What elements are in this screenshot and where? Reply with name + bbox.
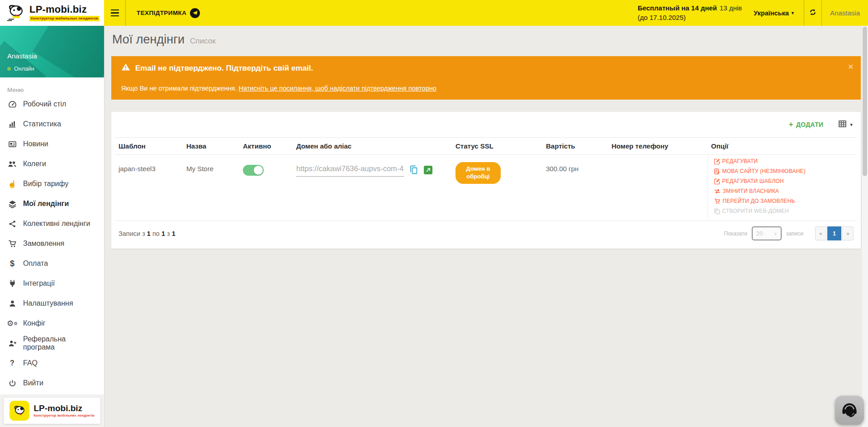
pager: « 1 »	[815, 226, 854, 240]
page-header: Мої лендінги Список	[112, 33, 860, 47]
sidebar-item-collective-landings[interactable]: Колективні лендінги	[0, 214, 104, 234]
chevron-down-icon: ▾	[850, 122, 853, 128]
sidebar-item-orders[interactable]: Замовлення	[0, 234, 104, 254]
dog-mascot-icon	[5, 3, 26, 24]
sidebar-item-colleagues[interactable]: Колеги	[0, 154, 104, 174]
row-options: РЕДАГУВАТИ МОВА САЙТУ (НЕЗМІНЮВАНЕ) РЕДА…	[714, 158, 854, 214]
chevron-down-icon: ∨	[774, 231, 777, 236]
sidebar-item-label: Реферальна програма	[23, 335, 97, 351]
option-edit-template[interactable]: РЕДАГУВАТИ ШАБЛОН	[714, 178, 854, 184]
option-change-owner[interactable]: ЗМІНИТИ ВЛАСНИКА	[714, 188, 854, 194]
column-visibility-dropdown[interactable]: ▾	[839, 120, 853, 129]
support-label: ТЕХПІДТРИМКА	[137, 10, 186, 16]
alert-text: Якщо Ви не отримали підтвердження.	[121, 85, 238, 92]
sidebar-footer: LP-mobi.biz Конструктор мобільних лендін…	[0, 394, 104, 427]
table-header-row: Шаблон Назва Активно Домен або аліас Ста…	[115, 138, 857, 155]
sidebar-item-label: Замовлення	[23, 240, 64, 248]
gears-icon: ⚙⚙	[7, 319, 17, 328]
sidebar-item-label: Оплата	[23, 259, 48, 268]
pagination-controls: Показати 20 ∨ записи « 1 »	[724, 226, 854, 240]
support-link[interactable]: ТЕХПІДТРИМКА	[137, 8, 200, 18]
cell-name: My Store	[183, 155, 239, 221]
user-plus-icon	[7, 340, 17, 347]
sidebar-item-label: Вибір тарифу	[23, 180, 69, 188]
option-edit[interactable]: РЕДАГУВАТИ	[714, 158, 854, 164]
sidebar-item-payment[interactable]: $ Оплата	[0, 254, 104, 273]
option-create-web-domain[interactable]: СТВОРИТИ WEB-ДОМЕН	[714, 208, 854, 214]
app-window: LP-mobi.biz Конструктор мобильных лендин…	[0, 0, 868, 427]
sidebar-menu: Робочий стіл Статистика Новини Колеги	[0, 94, 104, 393]
refresh-icon	[809, 8, 817, 18]
add-button[interactable]: + ДОДАТИ	[789, 120, 824, 129]
sidebar-item-label: Статистика	[23, 120, 61, 128]
landings-panel: + ДОДАТИ ▾ Шаблон Н	[111, 112, 861, 249]
power-icon	[7, 379, 17, 387]
sidebar-item-label: Робочий стіл	[23, 100, 66, 108]
sidebar-item-news[interactable]: Новини	[0, 134, 104, 154]
prev-page-button[interactable]: «	[815, 226, 826, 240]
option-site-language[interactable]: МОВА САЙТУ (НЕЗМІНЮВАНЕ)	[714, 168, 854, 174]
trial-status: Бесплатный на 14 дней13 днів (до 17.10.2…	[638, 4, 742, 22]
sidebar-item-label: Налаштування	[23, 299, 73, 307]
footer-brand-title: LP-mobi.biz	[33, 404, 94, 413]
sidebar-item-config[interactable]: ⚙⚙ Конфіг	[0, 313, 104, 333]
brand-logo[interactable]: LP-mobi.biz Конструктор мобильных лендин…	[0, 0, 104, 26]
show-label: Показати	[724, 230, 747, 237]
sidebar-item-my-landings[interactable]: Мої лендінги	[0, 194, 104, 214]
topbar-username[interactable]: Anastasia	[822, 0, 868, 26]
online-status-label: Онлайн	[14, 66, 34, 72]
support-chat-widget[interactable]	[835, 396, 864, 425]
footer-logo-card: LP-mobi.biz Конструктор мобільних лендін…	[4, 398, 100, 424]
newspaper-icon	[7, 140, 17, 149]
brand-title: LP-mobi.biz	[29, 5, 100, 14]
sidebar-item-label: Колеги	[23, 160, 46, 168]
panel-toolbar: + ДОДАТИ ▾	[115, 112, 857, 137]
sidebar-item-referral[interactable]: Реферальна програма	[0, 333, 104, 353]
footer-brand-subtitle: Конструктор мобільних лендінгів	[33, 414, 94, 417]
col-header-price: Вартість	[542, 138, 608, 155]
dollar-icon: $	[7, 259, 17, 269]
close-icon[interactable]: ×	[848, 62, 854, 71]
scrollbar-thumb[interactable]	[863, 27, 867, 176]
col-header-active: Активно	[239, 138, 293, 155]
next-page-button[interactable]: »	[842, 226, 854, 240]
language-label: Українська	[754, 10, 789, 17]
domain-input[interactable]	[296, 163, 404, 177]
refresh-button[interactable]	[804, 0, 821, 26]
hamburger-menu-icon[interactable]	[104, 0, 126, 26]
vertical-scrollbar[interactable]	[861, 26, 868, 427]
copy-icon[interactable]	[410, 165, 418, 174]
resend-confirmation-link[interactable]: Натисніть це посилання, щоб надіслати пі…	[238, 85, 436, 92]
sidebar: Anastasia Онлайн Меню Робочий стіл Стати…	[0, 26, 104, 427]
topbar-yellow: ТЕХПІДТРИМКА Бесплатный на 14 дней13 дні…	[104, 0, 868, 26]
sidebar-item-dashboard[interactable]: Робочий стіл	[0, 94, 104, 114]
sidebar-item-label: Інтеграції	[23, 279, 55, 288]
sidebar-item-logout[interactable]: Вийти	[0, 373, 104, 393]
sidebar-item-integrations[interactable]: Інтеграції	[0, 273, 104, 293]
sidebar-item-label: Новини	[23, 140, 48, 148]
col-header-ssl: Статус SSL	[452, 138, 542, 155]
landings-table: Шаблон Назва Активно Домен або аліас Ста…	[115, 137, 857, 221]
current-page-button[interactable]: 1	[827, 226, 841, 240]
topbar: LP-mobi.biz Конструктор мобильных лендин…	[0, 0, 868, 26]
option-go-to-orders[interactable]: ПЕРЕЙТИ ДО ЗАМОВЛЕНЬ	[714, 198, 854, 204]
sidebar-item-statistics[interactable]: Статистика	[0, 114, 104, 134]
sidebar-item-settings[interactable]: Налаштування	[0, 293, 104, 313]
panel-footer: Записи з 1 по 1 з 1 Показати 20 ∨ записи…	[115, 221, 857, 249]
user-icon	[7, 300, 17, 307]
sidebar-item-label: FAQ	[23, 359, 38, 367]
sidebar-item-faq[interactable]: ? FAQ	[0, 353, 104, 373]
email-warning-banner: Email не підтверджено. Підтвердіть свій …	[111, 56, 861, 100]
add-button-label: ДОДАТИ	[796, 121, 823, 128]
bar-chart-icon	[7, 120, 17, 128]
language-selector[interactable]: Українська ▾	[754, 10, 794, 17]
sidebar-item-tariff[interactable]: ☝ Вибір тарифу	[0, 174, 104, 194]
col-header-name: Назва	[183, 138, 239, 155]
active-toggle[interactable]	[243, 165, 264, 176]
cart-icon	[7, 240, 17, 248]
open-site-icon[interactable]	[424, 166, 432, 174]
ssl-status-badge: Домен в обробці	[455, 162, 501, 184]
page-size-select[interactable]: 20 ∨	[752, 226, 782, 240]
trial-days-left: 13 днів	[720, 4, 742, 12]
col-header-phone: Номер телефону	[608, 138, 707, 155]
